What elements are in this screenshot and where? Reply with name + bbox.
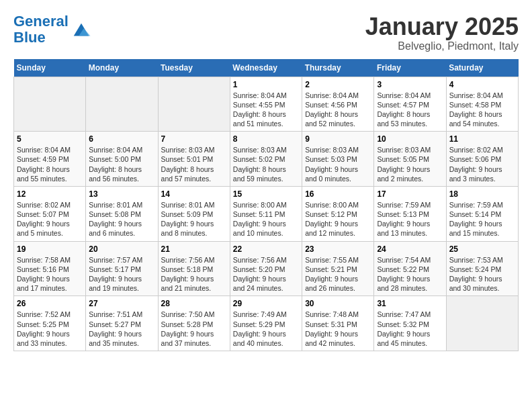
day-info: Sunrise: 8:03 AM Sunset: 5:05 PM Dayligh… xyxy=(377,145,443,183)
calendar-cell: 4Sunrise: 8:04 AM Sunset: 4:58 PM Daylig… xyxy=(446,77,518,132)
header-saturday: Saturday xyxy=(446,59,518,77)
day-info: Sunrise: 7:52 AM Sunset: 5:25 PM Dayligh… xyxy=(17,310,83,348)
calendar-cell: 24Sunrise: 7:54 AM Sunset: 5:22 PM Dayli… xyxy=(374,241,446,296)
calendar-cell: 23Sunrise: 7:55 AM Sunset: 5:21 PM Dayli… xyxy=(302,241,374,296)
day-info: Sunrise: 8:00 AM Sunset: 5:11 PM Dayligh… xyxy=(233,200,299,238)
day-info: Sunrise: 8:02 AM Sunset: 5:06 PM Dayligh… xyxy=(449,145,515,183)
day-number: 17 xyxy=(377,189,443,199)
day-info: Sunrise: 7:53 AM Sunset: 5:24 PM Dayligh… xyxy=(449,255,515,293)
header-friday: Friday xyxy=(374,59,446,77)
calendar-cell: 6Sunrise: 8:04 AM Sunset: 5:00 PM Daylig… xyxy=(86,132,158,187)
month-title: January 2025 xyxy=(365,13,519,40)
day-info: Sunrise: 7:59 AM Sunset: 5:14 PM Dayligh… xyxy=(449,200,515,238)
calendar-cell: 2Sunrise: 8:04 AM Sunset: 4:56 PM Daylig… xyxy=(302,77,374,132)
day-info: Sunrise: 7:56 AM Sunset: 5:20 PM Dayligh… xyxy=(233,255,299,293)
day-info: Sunrise: 8:03 AM Sunset: 5:03 PM Dayligh… xyxy=(305,145,371,183)
day-number: 6 xyxy=(89,134,154,144)
day-info: Sunrise: 8:03 AM Sunset: 5:01 PM Dayligh… xyxy=(161,145,227,183)
calendar-cell: 21Sunrise: 7:56 AM Sunset: 5:18 PM Dayli… xyxy=(158,241,230,296)
day-number: 28 xyxy=(161,299,227,308)
calendar-cell xyxy=(158,77,230,132)
day-info: Sunrise: 7:50 AM Sunset: 5:28 PM Dayligh… xyxy=(161,310,227,348)
calendar-cell: 30Sunrise: 7:48 AM Sunset: 5:31 PM Dayli… xyxy=(302,296,374,351)
logo-text: General Blue xyxy=(13,13,69,46)
day-number: 9 xyxy=(305,134,371,144)
day-number: 10 xyxy=(377,134,443,144)
day-info: Sunrise: 8:04 AM Sunset: 4:55 PM Dayligh… xyxy=(233,91,299,129)
logo-line2: Blue xyxy=(13,29,46,46)
calendar-week-row: 19Sunrise: 7:58 AM Sunset: 5:16 PM Dayli… xyxy=(14,241,519,296)
day-info: Sunrise: 8:03 AM Sunset: 5:02 PM Dayligh… xyxy=(233,145,299,183)
title-block: January 2025 Belveglio, Piedmont, Italy xyxy=(365,13,519,52)
calendar-cell: 22Sunrise: 7:56 AM Sunset: 5:20 PM Dayli… xyxy=(230,241,302,296)
day-info: Sunrise: 7:55 AM Sunset: 5:21 PM Dayligh… xyxy=(305,255,371,293)
calendar-cell: 25Sunrise: 7:53 AM Sunset: 5:24 PM Dayli… xyxy=(446,241,518,296)
day-info: Sunrise: 8:01 AM Sunset: 5:08 PM Dayligh… xyxy=(89,200,154,238)
day-number: 1 xyxy=(233,80,299,89)
calendar-cell: 9Sunrise: 8:03 AM Sunset: 5:03 PM Daylig… xyxy=(302,132,374,187)
calendar-cell xyxy=(86,77,158,132)
calendar-cell: 27Sunrise: 7:51 AM Sunset: 5:27 PM Dayli… xyxy=(86,296,158,351)
calendar-cell xyxy=(14,77,86,132)
day-number: 8 xyxy=(233,134,299,144)
header-monday: Monday xyxy=(86,59,158,77)
calendar-cell: 16Sunrise: 8:00 AM Sunset: 5:12 PM Dayli… xyxy=(302,186,374,241)
calendar-cell: 3Sunrise: 8:04 AM Sunset: 4:57 PM Daylig… xyxy=(374,77,446,132)
day-number: 3 xyxy=(377,80,443,89)
day-info: Sunrise: 8:00 AM Sunset: 5:12 PM Dayligh… xyxy=(305,200,371,238)
header-tuesday: Tuesday xyxy=(158,59,230,77)
day-info: Sunrise: 7:49 AM Sunset: 5:29 PM Dayligh… xyxy=(233,310,299,348)
logo-icon xyxy=(71,19,91,40)
day-number: 12 xyxy=(17,189,83,199)
day-info: Sunrise: 8:04 AM Sunset: 5:00 PM Dayligh… xyxy=(89,145,154,183)
day-number: 13 xyxy=(89,189,154,199)
day-number: 20 xyxy=(89,244,154,254)
day-info: Sunrise: 8:04 AM Sunset: 4:59 PM Dayligh… xyxy=(17,145,83,183)
calendar-week-row: 12Sunrise: 8:02 AM Sunset: 5:07 PM Dayli… xyxy=(14,186,519,241)
day-number: 26 xyxy=(17,299,83,308)
day-info: Sunrise: 7:47 AM Sunset: 5:32 PM Dayligh… xyxy=(377,310,443,348)
day-number: 18 xyxy=(449,189,515,199)
calendar-cell: 13Sunrise: 8:01 AM Sunset: 5:08 PM Dayli… xyxy=(86,186,158,241)
day-number: 19 xyxy=(17,244,83,254)
day-info: Sunrise: 7:59 AM Sunset: 5:13 PM Dayligh… xyxy=(377,200,443,238)
day-number: 23 xyxy=(305,244,371,254)
day-info: Sunrise: 7:56 AM Sunset: 5:18 PM Dayligh… xyxy=(161,255,227,293)
day-number: 14 xyxy=(161,189,227,199)
day-number: 27 xyxy=(89,299,154,308)
day-number: 2 xyxy=(305,80,371,89)
day-info: Sunrise: 7:54 AM Sunset: 5:22 PM Dayligh… xyxy=(377,255,443,293)
calendar-table: SundayMondayTuesdayWednesdayThursdayFrid… xyxy=(13,59,519,351)
day-number: 21 xyxy=(161,244,227,254)
header-wednesday: Wednesday xyxy=(230,59,302,77)
day-info: Sunrise: 8:01 AM Sunset: 5:09 PM Dayligh… xyxy=(161,200,227,238)
day-number: 22 xyxy=(233,244,299,254)
day-info: Sunrise: 8:04 AM Sunset: 4:56 PM Dayligh… xyxy=(305,91,371,129)
calendar-cell: 7Sunrise: 8:03 AM Sunset: 5:01 PM Daylig… xyxy=(158,132,230,187)
calendar-cell: 31Sunrise: 7:47 AM Sunset: 5:32 PM Dayli… xyxy=(374,296,446,351)
calendar-cell: 14Sunrise: 8:01 AM Sunset: 5:09 PM Dayli… xyxy=(158,186,230,241)
day-number: 15 xyxy=(233,189,299,199)
day-number: 7 xyxy=(161,134,227,144)
day-number: 11 xyxy=(449,134,515,144)
calendar-cell: 1Sunrise: 8:04 AM Sunset: 4:55 PM Daylig… xyxy=(230,77,302,132)
calendar-cell: 5Sunrise: 8:04 AM Sunset: 4:59 PM Daylig… xyxy=(14,132,86,187)
page-header: General Blue January 2025 Belveglio, Pie… xyxy=(13,13,519,52)
calendar-week-row: 1Sunrise: 8:04 AM Sunset: 4:55 PM Daylig… xyxy=(14,77,519,132)
header-sunday: Sunday xyxy=(14,59,86,77)
calendar-cell: 8Sunrise: 8:03 AM Sunset: 5:02 PM Daylig… xyxy=(230,132,302,187)
calendar-cell: 17Sunrise: 7:59 AM Sunset: 5:13 PM Dayli… xyxy=(374,186,446,241)
day-number: 16 xyxy=(305,189,371,199)
day-info: Sunrise: 8:02 AM Sunset: 5:07 PM Dayligh… xyxy=(17,200,83,238)
day-number: 25 xyxy=(449,244,515,254)
calendar-cell xyxy=(446,296,518,351)
calendar-cell: 26Sunrise: 7:52 AM Sunset: 5:25 PM Dayli… xyxy=(14,296,86,351)
logo-line1: General xyxy=(13,13,69,30)
day-number: 4 xyxy=(449,80,515,89)
day-number: 24 xyxy=(377,244,443,254)
day-number: 29 xyxy=(233,299,299,308)
day-info: Sunrise: 7:57 AM Sunset: 5:17 PM Dayligh… xyxy=(89,255,154,293)
header-thursday: Thursday xyxy=(302,59,374,77)
calendar-cell: 20Sunrise: 7:57 AM Sunset: 5:17 PM Dayli… xyxy=(86,241,158,296)
logo: General Blue xyxy=(13,13,91,46)
